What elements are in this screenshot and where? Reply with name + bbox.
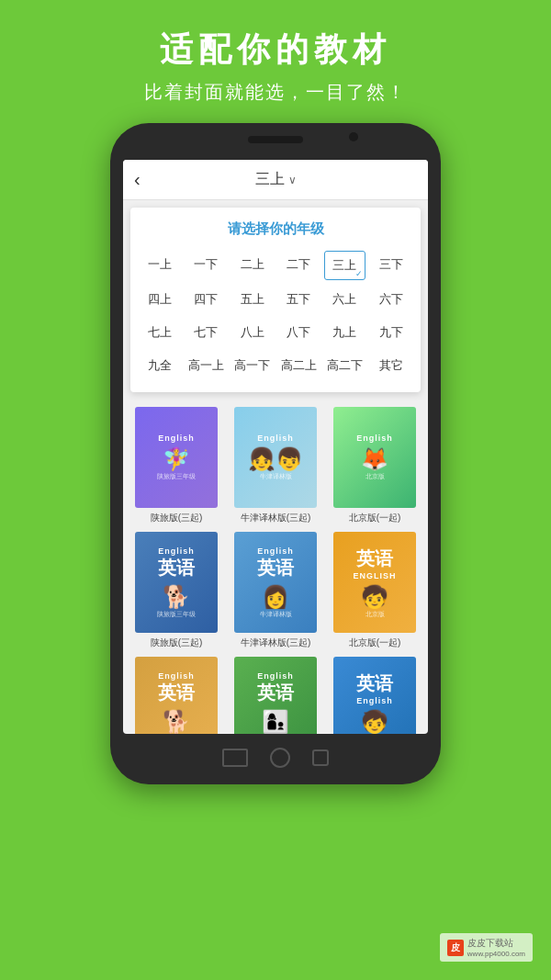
grade-item-二上[interactable]: 二上 <box>232 251 273 280</box>
book-label-5: 牛津译林版(三起) <box>241 636 311 649</box>
book-label-1: 陕旅版(三起) <box>151 512 203 524</box>
grade-item-六上[interactable]: 六上 <box>324 286 365 313</box>
watermark: 皮 皮皮下载站 www.pp4000.com <box>440 933 533 962</box>
book-item-5[interactable]: English 英语 👩 牛津译林版 牛津译林版(三起) <box>230 532 321 649</box>
grade-item-七上[interactable]: 七上 <box>140 319 180 346</box>
phone-screen: ‹ 三上 ∨ 请选择你的年级 一上 一下 二上 二下 三上 三下 四上 四下 <box>123 160 428 734</box>
book-cover-1: English 🧚‍♀️ 陕旅版三年级 <box>135 407 218 508</box>
grade-item-三上[interactable]: 三上 <box>324 251 365 280</box>
grade-item-一上[interactable]: 一上 <box>140 251 180 280</box>
grade-item-六下[interactable]: 六下 <box>371 286 411 313</box>
book-label-4: 陕旅版(三起) <box>151 636 203 649</box>
grade-item-高二下[interactable]: 高二下 <box>324 352 365 379</box>
book-item-2[interactable]: English 👧👦 牛津译林版 牛津译林版(三起) <box>230 407 321 524</box>
grade-item-高二上[interactable]: 高二上 <box>278 352 319 379</box>
screen-title[interactable]: 三上 ∨ <box>255 170 297 189</box>
phone-speaker <box>248 136 303 143</box>
book-cover-4: English 英语 🐕 陕旅版三年级 <box>135 532 218 633</box>
grade-popup-title: 请选择你的年级 <box>140 220 411 238</box>
book-cover-2: English 👧👦 牛津译林版 <box>234 407 317 508</box>
phone-home-button <box>270 748 290 768</box>
grade-item-其它[interactable]: 其它 <box>371 352 411 379</box>
book-label-2: 牛津译林版(三起) <box>241 512 311 524</box>
page-title: 适配你的教材 <box>144 28 407 73</box>
book-item-3[interactable]: English 🦊 北京版 北京版(一起) <box>329 407 421 524</box>
dropdown-arrow-icon: ∨ <box>288 174 297 186</box>
screen-header: ‹ 三上 ∨ <box>123 160 428 200</box>
grade-item-八上[interactable]: 八上 <box>232 319 273 346</box>
grade-item-九全[interactable]: 九全 <box>140 352 180 379</box>
book-label-3: 北京版(一起) <box>349 512 401 524</box>
watermark-icon: 皮 <box>447 940 464 956</box>
watermark-text: 皮皮下载站 www.pp4000.com <box>467 937 525 958</box>
phone-recent-button <box>312 749 329 766</box>
book-cover-3: English 🦊 北京版 <box>333 407 416 508</box>
book-cover-8: English 英语 👩‍👦 牛津译林版 <box>234 657 317 734</box>
book-cover-7: English 英语 🐕 陕旅版三年级 <box>135 657 218 734</box>
grade-item-九上[interactable]: 九上 <box>324 319 365 346</box>
book-item-4[interactable]: English 英语 🐕 陕旅版三年级 陕旅版(三起) <box>130 532 222 649</box>
phone-camera <box>349 132 358 141</box>
book-item-6[interactable]: 英语 ENGLISH 🧒 北京版 北京版(一起) <box>329 532 421 649</box>
book-item-9[interactable]: 英语 English 🧒 北京版 北京版(一起) <box>329 657 421 734</box>
book-grid: English 🧚‍♀️ 陕旅版三年级 陕旅版(三起) English 👧👦 牛… <box>123 400 428 734</box>
grade-selector-popup: 请选择你的年级 一上 一下 二上 二下 三上 三下 四上 四下 五上 五下 六上… <box>130 208 421 392</box>
grade-item-高一上[interactable]: 高一上 <box>186 352 226 379</box>
book-item-1[interactable]: English 🧚‍♀️ 陕旅版三年级 陕旅版(三起) <box>130 407 222 524</box>
book-cover-9: 英语 English 🧒 北京版 <box>333 657 416 734</box>
phone-device: ‹ 三上 ∨ 请选择你的年级 一上 一下 二上 二下 三上 三下 四上 四下 <box>110 123 441 784</box>
grade-item-五下[interactable]: 五下 <box>278 286 319 313</box>
grade-item-七下[interactable]: 七下 <box>186 319 226 346</box>
back-button[interactable]: ‹ <box>134 169 141 190</box>
grade-item-四上[interactable]: 四上 <box>140 286 180 313</box>
book-item-8[interactable]: English 英语 👩‍👦 牛津译林版 牛津译林版(三起) <box>230 657 321 734</box>
page-subtitle: 比着封面就能选，一目了然！ <box>144 80 407 105</box>
book-cover-5: English 英语 👩 牛津译林版 <box>234 532 317 633</box>
book-item-7[interactable]: English 英语 🐕 陕旅版三年级 陕旅版(三起) <box>130 657 222 734</box>
grade-item-高一下[interactable]: 高一下 <box>232 352 273 379</box>
grade-item-一下[interactable]: 一下 <box>186 251 226 280</box>
grade-item-五上[interactable]: 五上 <box>232 286 273 313</box>
phone-nav-bar <box>222 748 329 768</box>
phone-back-button <box>222 749 248 767</box>
grade-item-二下[interactable]: 二下 <box>278 251 319 280</box>
book-cover-6: 英语 ENGLISH 🧒 北京版 <box>333 532 416 633</box>
book-label-6: 北京版(一起) <box>349 636 401 649</box>
grade-grid: 一上 一下 二上 二下 三上 三下 四上 四下 五上 五下 六上 六下 七上 七… <box>140 251 411 379</box>
grade-item-三下[interactable]: 三下 <box>371 251 411 280</box>
grade-item-九下[interactable]: 九下 <box>371 319 411 346</box>
grade-item-八下[interactable]: 八下 <box>278 319 319 346</box>
grade-item-四下[interactable]: 四下 <box>186 286 226 313</box>
